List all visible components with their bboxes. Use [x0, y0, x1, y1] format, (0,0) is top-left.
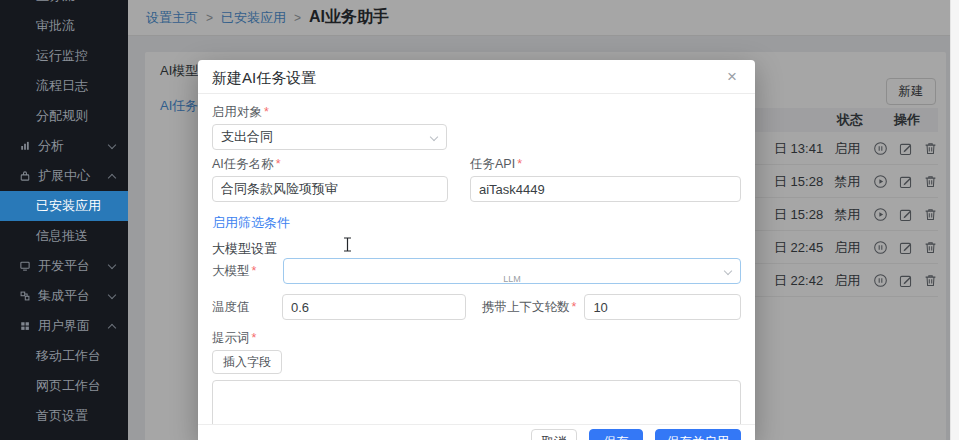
- sidebar-item-label: 分配规则: [36, 101, 88, 131]
- user-interface-icon: [19, 320, 31, 332]
- context-rounds-label: 携带上下文轮数*: [482, 299, 576, 315]
- sidebar-item-分配规则[interactable]: 分配规则: [0, 101, 128, 131]
- enable-target-select[interactable]: 支出合同: [212, 124, 447, 150]
- sidebar-item-label: 业务流: [36, 0, 75, 11]
- sidebar-menu: 业务流审批流运行监控流程日志分配规则分析扩展中心已安装应用信息推送开发平台集成平…: [0, 0, 128, 431]
- llm-select[interactable]: LLM: [283, 258, 741, 284]
- sidebar-item-开发平台[interactable]: 开发平台: [0, 251, 128, 281]
- llm-select-partial-text: LLM: [284, 267, 740, 284]
- sidebar-item-集成平台[interactable]: 集成平台: [0, 281, 128, 311]
- required-asterisk: *: [276, 157, 281, 171]
- chevron-down-icon: [108, 261, 116, 269]
- llm-label: 大模型*: [212, 263, 283, 279]
- sidebar-item-扩展中心[interactable]: 扩展中心: [0, 161, 128, 191]
- sidebar-item-label: 审批流: [36, 11, 75, 41]
- sidebar-item-首页设置[interactable]: 首页设置: [0, 401, 128, 431]
- new-ai-task-modal: 新建AI任务设置 × 启用对象* 支出合同 AI任务名称*: [198, 60, 755, 440]
- page: 业务流审批流运行监控流程日志分配规则分析扩展中心已安装应用信息推送开发平台集成平…: [0, 0, 959, 440]
- required-asterisk: *: [252, 331, 257, 345]
- chevron-up-icon: [108, 324, 116, 332]
- temperature-input[interactable]: [282, 294, 466, 320]
- close-button[interactable]: ×: [721, 66, 743, 88]
- chevron-down-icon: [430, 133, 438, 141]
- page-scrollbar[interactable]: [950, 0, 959, 440]
- sidebar-item-业务流[interactable]: 业务流: [0, 0, 128, 11]
- cancel-button[interactable]: 取消: [531, 429, 577, 440]
- modal-header: 新建AI任务设置 ×: [198, 60, 755, 94]
- sidebar-item-运行监控[interactable]: 运行监控: [0, 41, 128, 71]
- context-rounds-label-text: 携带上下文轮数: [482, 300, 570, 314]
- sidebar-item-label: 网页工作台: [36, 371, 101, 401]
- task-api-label: 任务API*: [470, 156, 741, 172]
- sidebar-item-已安装应用[interactable]: 已安装应用: [0, 191, 128, 221]
- task-api-input[interactable]: [470, 176, 741, 202]
- sidebar-item-移动工作台[interactable]: 移动工作台: [0, 341, 128, 371]
- required-asterisk: *: [517, 157, 522, 171]
- sidebar-item-网页工作台[interactable]: 网页工作台: [0, 371, 128, 401]
- sidebar-item-审批流[interactable]: 审批流: [0, 11, 128, 41]
- chevron-up-icon: [108, 174, 116, 182]
- sidebar-item-label: 运行监控: [36, 41, 88, 71]
- sidebar-item-label: 开发平台: [38, 251, 90, 281]
- enable-target-label-text: 启用对象: [212, 105, 262, 119]
- sidebar-item-label: 已安装应用: [36, 191, 101, 221]
- sidebar-item-label: 信息推送: [36, 221, 88, 251]
- sidebar-item-分析[interactable]: 分析: [0, 131, 128, 161]
- insert-field-button[interactable]: 插入字段: [212, 350, 282, 374]
- sidebar-item-用户界面[interactable]: 用户界面: [0, 311, 128, 341]
- sidebar-item-label: 首页设置: [36, 401, 88, 431]
- sidebar-item-流程日志[interactable]: 流程日志: [0, 71, 128, 101]
- prompt-label: 提示词*: [212, 330, 741, 346]
- context-rounds-input[interactable]: [584, 294, 741, 320]
- sidebar-item-信息推送[interactable]: 信息推送: [0, 221, 128, 251]
- sidebar-item-label: 移动工作台: [36, 341, 101, 371]
- task-name-label: AI任务名称*: [212, 156, 448, 172]
- enable-target-value: 支出合同: [221, 129, 273, 144]
- enable-target-label: 启用对象*: [212, 104, 741, 120]
- llm-section-title: 大模型设置: [212, 240, 741, 256]
- task-api-label-text: 任务API: [470, 157, 515, 171]
- required-asterisk: *: [572, 300, 577, 314]
- modal-body: 启用对象* 支出合同 AI任务名称* 任务API*: [198, 94, 755, 440]
- llm-label-text: 大模型: [212, 264, 250, 278]
- sidebar-item-label: 集成平台: [38, 281, 90, 311]
- required-asterisk: *: [252, 264, 257, 278]
- sidebar-item-label: 扩展中心: [38, 161, 90, 191]
- required-asterisk: *: [264, 105, 269, 119]
- dev-platform-icon: [19, 260, 31, 272]
- prompt-label-text: 提示词: [212, 331, 250, 345]
- sidebar-item-label: 用户界面: [38, 311, 90, 341]
- task-name-input[interactable]: [212, 176, 448, 202]
- integration-platform-icon: [19, 290, 31, 302]
- enable-filter-link[interactable]: 启用筛选条件: [212, 214, 290, 232]
- extension-center-icon: [19, 170, 31, 182]
- sidebar-item-label: 分析: [38, 131, 64, 161]
- analysis-icon: [19, 140, 31, 152]
- chevron-down-icon: [108, 141, 116, 149]
- modal-footer: 取消 保存 保存并启用: [198, 424, 755, 440]
- sidebar: 业务流审批流运行监控流程日志分配规则分析扩展中心已安装应用信息推送开发平台集成平…: [0, 0, 128, 440]
- chevron-down-icon: [108, 291, 116, 299]
- modal-title: 新建AI任务设置: [212, 69, 316, 86]
- temperature-label: 温度值: [212, 299, 282, 315]
- save-button[interactable]: 保存: [589, 429, 643, 440]
- close-icon: ×: [727, 67, 737, 86]
- task-name-label-text: AI任务名称: [212, 157, 274, 171]
- sidebar-item-label: 流程日志: [36, 71, 88, 101]
- save-and-enable-button[interactable]: 保存并启用: [655, 429, 741, 440]
